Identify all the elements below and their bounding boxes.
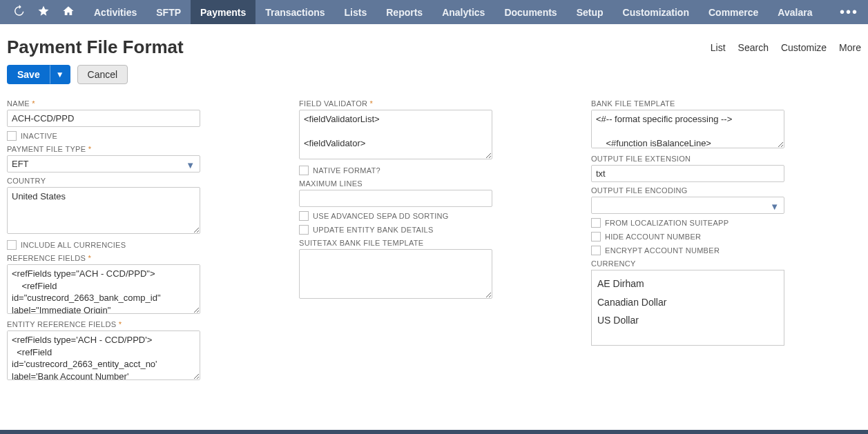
form-column-2: FIELD VALIDATOR NATIVE FORMAT? MAXIMUM L… bbox=[299, 95, 569, 382]
suitetax-label: SUITETAX BANK FILE TEMPLATE bbox=[299, 239, 569, 247]
output-file-extension-label: OUTPUT FILE EXTENSION bbox=[591, 155, 861, 163]
from-localization-checkbox[interactable] bbox=[591, 218, 601, 228]
topbar-icon-group bbox=[0, 0, 84, 24]
payment-file-type-select[interactable] bbox=[7, 155, 200, 172]
country-textarea[interactable] bbox=[7, 187, 200, 234]
name-label: NAME bbox=[7, 99, 277, 108]
currency-option[interactable]: Canadian Dollar bbox=[597, 293, 778, 312]
nav-item-lists[interactable]: Lists bbox=[335, 0, 377, 24]
include-all-currencies-label: INCLUDE ALL CURRENCIES bbox=[21, 241, 126, 249]
name-input[interactable] bbox=[7, 110, 200, 127]
inactive-label: INACTIVE bbox=[21, 132, 57, 140]
output-file-encoding-select[interactable] bbox=[591, 197, 784, 214]
button-bar: Save ▼ Cancel bbox=[0, 62, 868, 95]
native-format-checkbox[interactable] bbox=[299, 166, 309, 175]
home-icon[interactable] bbox=[62, 5, 75, 19]
cancel-button[interactable]: Cancel bbox=[77, 65, 128, 84]
encrypt-account-number-checkbox[interactable] bbox=[591, 246, 601, 255]
suitetax-textarea[interactable] bbox=[299, 249, 492, 299]
field-validator-label: FIELD VALIDATOR bbox=[299, 99, 569, 108]
save-button-group: Save ▼ bbox=[7, 65, 70, 84]
nav-item-customization[interactable]: Customization bbox=[613, 0, 699, 24]
form-grid: NAME INACTIVE PAYMENT FILE TYPE ▼ COUNTR… bbox=[0, 95, 868, 389]
page-title: Payment File Format bbox=[7, 37, 184, 58]
update-entity-bank-label: UPDATE ENTITY BANK DETAILS bbox=[313, 226, 434, 234]
include-all-currencies-checkbox[interactable] bbox=[7, 240, 17, 250]
header-action-search[interactable]: Search bbox=[738, 42, 769, 53]
output-file-encoding-label: OUTPUT FILE ENCODING bbox=[591, 186, 861, 195]
form-column-3: BANK FILE TEMPLATE OUTPUT FILE EXTENSION… bbox=[591, 95, 861, 382]
nav-item-reports[interactable]: Reports bbox=[376, 0, 432, 24]
nav-item-sftp[interactable]: SFTP bbox=[146, 0, 191, 24]
nav-item-transactions[interactable]: Transactions bbox=[255, 0, 334, 24]
field-validator-textarea[interactable] bbox=[299, 110, 492, 159]
nav-item-payments[interactable]: Payments bbox=[191, 0, 255, 24]
country-label: COUNTRY bbox=[7, 177, 277, 185]
nav-item-activities[interactable]: Activities bbox=[84, 0, 146, 24]
page-action-links: ListSearchCustomizeMore bbox=[711, 42, 861, 53]
entity-reference-fields-textarea[interactable] bbox=[7, 331, 200, 380]
output-file-extension-input[interactable] bbox=[591, 165, 784, 182]
reference-fields-textarea[interactable] bbox=[7, 264, 200, 314]
currency-listbox[interactable]: AE DirhamCanadian DollarUS Dollar bbox=[591, 270, 784, 346]
topbar-more-icon[interactable]: ••• bbox=[830, 0, 868, 24]
encrypt-account-number-label: ENCRYPT ACCOUNT NUMBER bbox=[605, 246, 720, 255]
nav-item-avalara[interactable]: Avalara bbox=[768, 0, 822, 24]
bank-file-template-textarea[interactable] bbox=[591, 110, 784, 148]
nav-item-documents[interactable]: Documents bbox=[494, 0, 566, 24]
history-icon[interactable] bbox=[12, 5, 25, 19]
currency-label: CURRENCY bbox=[591, 259, 861, 268]
from-localization-label: FROM LOCALIZATION SUITEAPP bbox=[605, 219, 729, 227]
top-nav-bar: ActivitiesSFTPPaymentsTransactionsListsR… bbox=[0, 0, 868, 24]
hide-account-number-checkbox[interactable] bbox=[591, 232, 601, 241]
native-format-label: NATIVE FORMAT? bbox=[313, 166, 380, 175]
reference-fields-label: REFERENCE FIELDS bbox=[7, 254, 277, 262]
header-action-more[interactable]: More bbox=[839, 42, 861, 53]
payment-file-type-label: PAYMENT FILE TYPE bbox=[7, 145, 277, 153]
maximum-lines-input[interactable] bbox=[299, 190, 492, 207]
header-action-list[interactable]: List bbox=[711, 42, 726, 53]
nav-item-commerce[interactable]: Commerce bbox=[699, 0, 768, 24]
use-advanced-sepa-label: USE ADVANCED SEPA DD SORTING bbox=[313, 212, 449, 220]
bank-file-template-label: BANK FILE TEMPLATE bbox=[591, 99, 861, 108]
hide-account-number-label: HIDE ACCOUNT NUMBER bbox=[605, 233, 701, 241]
nav-item-setup[interactable]: Setup bbox=[567, 0, 613, 24]
use-advanced-sepa-checkbox[interactable] bbox=[299, 211, 309, 221]
header-action-customize[interactable]: Customize bbox=[781, 42, 827, 53]
form-column-1: NAME INACTIVE PAYMENT FILE TYPE ▼ COUNTR… bbox=[7, 95, 277, 382]
nav-item-analytics[interactable]: Analytics bbox=[432, 0, 494, 24]
update-entity-bank-checkbox[interactable] bbox=[299, 225, 309, 235]
entity-reference-fields-label: ENTITY REFERENCE FIELDS bbox=[7, 320, 277, 328]
maximum-lines-label: MAXIMUM LINES bbox=[299, 179, 569, 188]
currency-option[interactable]: AE Dirham bbox=[597, 275, 778, 293]
save-dropdown-caret[interactable]: ▼ bbox=[50, 65, 70, 84]
currency-option[interactable]: US Dollar bbox=[597, 311, 778, 330]
star-icon[interactable] bbox=[37, 5, 50, 19]
save-button[interactable]: Save bbox=[7, 65, 50, 84]
page-header: Payment File Format ListSearchCustomizeM… bbox=[0, 24, 868, 62]
topbar-menu: ActivitiesSFTPPaymentsTransactionsListsR… bbox=[84, 0, 822, 24]
inactive-checkbox[interactable] bbox=[7, 131, 17, 141]
